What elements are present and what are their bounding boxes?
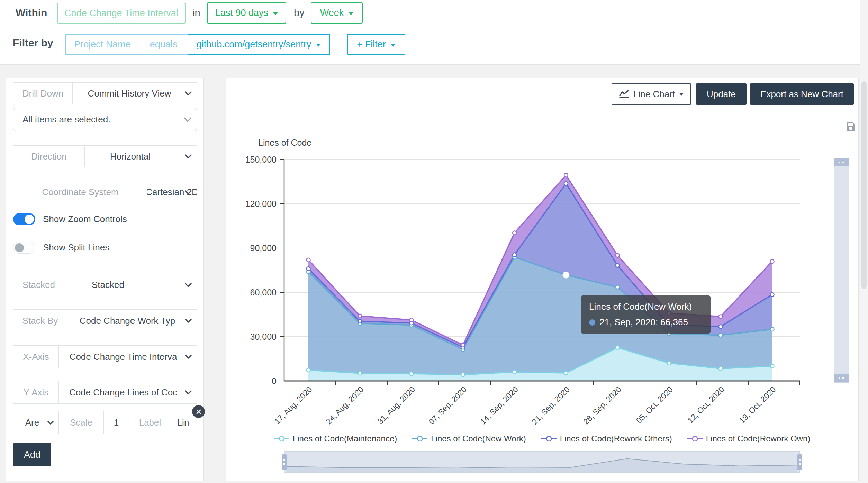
update-button[interactable]: Update xyxy=(696,83,747,105)
dropdown-caret-icon xyxy=(273,12,278,15)
data-point[interactable] xyxy=(307,267,310,271)
data-point[interactable] xyxy=(409,372,413,376)
direction-select[interactable]: Horizontal xyxy=(85,146,197,167)
data-point[interactable] xyxy=(513,370,516,374)
data-point[interactable] xyxy=(564,371,568,375)
stack-by-select[interactable]: Code Change Work Typ xyxy=(67,310,197,332)
scale-value-input[interactable] xyxy=(104,411,129,434)
chart-canvas[interactable]: 030,00060,00090,000120,000150,000Lines o… xyxy=(226,113,859,431)
data-point[interactable] xyxy=(719,325,723,328)
drill-down-label: Drill Down xyxy=(13,83,73,104)
data-point[interactable] xyxy=(564,173,568,177)
y-axis-row: Y-Axis Code Change Lines of Coc xyxy=(13,381,197,404)
data-point[interactable] xyxy=(564,182,568,185)
legend-item[interactable]: Lines of Code(Rework Own) xyxy=(687,434,810,444)
coordinate-system-select[interactable]: Cartesian 2D xyxy=(147,181,197,203)
chevron-down-icon xyxy=(47,420,54,425)
data-point[interactable] xyxy=(616,285,620,289)
data-point[interactable] xyxy=(409,318,413,322)
zoom-slider-left-handle[interactable] xyxy=(282,454,287,470)
direction-value: Horizontal xyxy=(110,151,151,162)
filter-value[interactable]: github.com/getsentry/sentry xyxy=(188,34,330,55)
show-zoom-controls-toggle[interactable] xyxy=(13,213,35,225)
scale-name-input[interactable] xyxy=(59,411,103,434)
filter-operator[interactable]: equals xyxy=(139,34,188,55)
scale-placeholder-cell[interactable] xyxy=(59,411,104,434)
legend-marker-icon xyxy=(541,436,557,442)
data-point[interactable] xyxy=(358,314,362,318)
data-point[interactable] xyxy=(616,254,620,257)
data-point[interactable] xyxy=(307,258,310,262)
x-axis-tick-label: 28, Sep, 2020 xyxy=(581,385,623,426)
data-point[interactable] xyxy=(461,373,465,377)
stack-by-label: Stack By xyxy=(13,310,67,332)
metric-field-text: Code Change Time Interval xyxy=(64,8,178,19)
interval-button[interactable]: Week xyxy=(311,2,363,24)
data-point[interactable] xyxy=(513,231,516,235)
horizontal-zoom-slider[interactable] xyxy=(284,451,800,473)
page-scrollbar-thumb[interactable] xyxy=(861,81,867,289)
legend-item[interactable]: Lines of Code(Maintenance) xyxy=(274,434,397,444)
series-type-select[interactable]: Are xyxy=(13,411,59,434)
remove-series-button[interactable] xyxy=(192,405,205,418)
x-axis-tick-label: 14, Sep, 2020 xyxy=(478,385,520,426)
legend-item[interactable]: Lines of Code(Rework Others) xyxy=(541,434,672,444)
label-input[interactable] xyxy=(129,411,171,434)
chart-type-button[interactable]: Line Chart xyxy=(612,83,691,105)
data-point[interactable] xyxy=(770,293,774,297)
x-axis-select[interactable]: Code Change Time Interva xyxy=(59,346,197,368)
chevron-down-icon xyxy=(185,390,192,395)
data-point[interactable] xyxy=(307,368,310,372)
y-axis-tick-label: 90,000 xyxy=(250,243,277,253)
stack-by-row: Stack By Code Change Work Typ xyxy=(13,309,197,332)
chevron-down-icon xyxy=(185,283,192,288)
show-zoom-controls-label: Show Zoom Controls xyxy=(43,214,127,225)
by-label: by xyxy=(294,7,305,19)
vertical-slider-bottom-handle[interactable] xyxy=(834,374,849,382)
add-filter-button[interactable]: + Filter xyxy=(347,34,405,55)
export-button-label: Export as New Chart xyxy=(760,89,843,100)
filter-by-label: Filter by xyxy=(13,37,53,49)
data-point[interactable] xyxy=(513,253,516,257)
line-type-cell[interactable]: Lin xyxy=(171,411,195,434)
y-axis-tick-label: 150,000 xyxy=(245,155,277,164)
metric-field-box[interactable]: Code Change Time Interval xyxy=(57,3,186,24)
data-point[interactable] xyxy=(719,367,723,371)
legend-item[interactable]: Lines of Code(New Work) xyxy=(412,434,526,444)
items-select[interactable]: All items are selected. xyxy=(13,108,197,131)
zoom-slider-right-handle[interactable] xyxy=(797,454,802,470)
data-point[interactable] xyxy=(461,343,465,347)
stacked-row: Stacked Stacked xyxy=(13,274,197,296)
data-point[interactable] xyxy=(719,315,723,318)
data-point[interactable] xyxy=(719,333,723,337)
data-point[interactable] xyxy=(358,319,362,323)
legend-label: Lines of Code(Maintenance) xyxy=(293,434,397,444)
show-split-lines-toggle[interactable] xyxy=(13,241,35,254)
highlighted-data-point[interactable] xyxy=(562,272,569,279)
add-series-button[interactable]: Add xyxy=(13,443,51,466)
data-point[interactable] xyxy=(770,327,774,331)
date-range-button[interactable]: Last 90 days xyxy=(207,2,286,24)
data-point[interactable] xyxy=(616,264,620,267)
drill-down-row: Drill Down Commit History View xyxy=(13,82,197,104)
export-button[interactable]: Export as New Chart xyxy=(750,83,854,105)
data-point[interactable] xyxy=(667,361,671,365)
data-point[interactable] xyxy=(770,259,774,263)
drill-down-select[interactable]: Commit History View xyxy=(73,83,197,104)
y-axis-select[interactable]: Code Change Lines of Coc xyxy=(59,381,197,403)
zoom-slider-profile xyxy=(284,452,799,472)
vertical-zoom-slider[interactable] xyxy=(834,158,849,383)
label-cell[interactable] xyxy=(129,411,171,434)
data-point[interactable] xyxy=(616,346,620,349)
data-point[interactable] xyxy=(358,371,362,375)
data-point[interactable] xyxy=(770,364,774,368)
filter-field[interactable]: Project Name xyxy=(65,34,139,55)
scale-value-cell[interactable] xyxy=(104,411,129,434)
page-scrollbar[interactable] xyxy=(860,0,868,483)
x-axis-tick-label: 12, Oct, 2020 xyxy=(686,385,726,425)
vertical-slider-top-handle[interactable] xyxy=(834,158,849,166)
legend-label: Lines of Code(New Work) xyxy=(431,434,526,444)
stacked-select[interactable]: Stacked xyxy=(64,274,197,296)
drill-down-value: Commit History View xyxy=(88,88,171,99)
x-axis-label: X-Axis xyxy=(13,346,59,368)
